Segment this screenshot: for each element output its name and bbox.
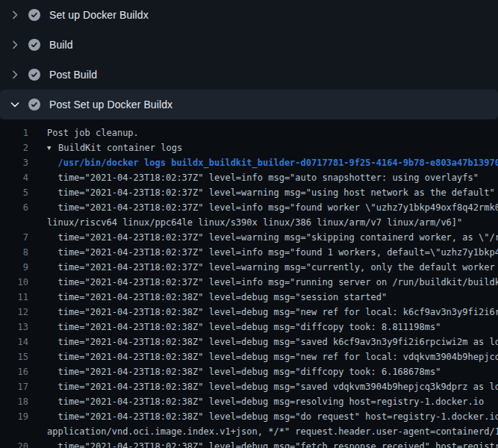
log-line-continuation: linux/riscv64 linux/ppc64le linux/s390x … (0, 215, 498, 230)
log-line-number[interactable]: 1 (0, 125, 28, 140)
check-circle-icon (28, 69, 40, 81)
step-title: Set up Docker Buildx (49, 9, 149, 21)
log-command-text: /usr/bin/docker logs buildx_buildkit_bui… (47, 155, 498, 170)
log-line: 16 time="2021-04-23T18:02:38Z" level=deb… (0, 364, 498, 379)
step-header-set-up-docker-buildx[interactable]: Set up Docker Buildx (0, 0, 498, 30)
log-line-number[interactable]: 9 (0, 260, 28, 275)
log-text: time="2021-04-23T18:02:38Z" level=debug … (47, 290, 387, 305)
log-text: time="2021-04-23T18:02:37Z" level=warnin… (47, 260, 498, 275)
log-line: 14 time="2021-04-23T18:02:38Z" level=deb… (0, 335, 498, 349)
log-line: 6 time="2021-04-23T18:02:37Z" level=info… (0, 200, 498, 215)
log-line-number[interactable]: 8 (0, 245, 28, 260)
check-circle-icon (28, 9, 40, 21)
log-line-number[interactable]: 6 (0, 200, 28, 215)
log-line: 13 time="2021-04-23T18:02:38Z" level=deb… (0, 320, 498, 335)
log-line: 19 time="2021-04-23T18:02:38Z" level=deb… (0, 409, 498, 424)
log-text: time="2021-04-23T18:02:37Z" level=warnin… (47, 230, 498, 245)
log-text: application/vnd.oci.image.index.v1+json,… (47, 424, 498, 439)
log-line-number[interactable]: 19 (0, 409, 28, 424)
log-text: linux/riscv64 linux/ppc64le linux/s390x … (47, 215, 462, 230)
log-line-number[interactable]: 11 (0, 290, 28, 305)
log-text: time="2021-04-23T18:02:37Z" level=info m… (47, 275, 498, 290)
check-circle-icon (28, 39, 40, 51)
log-text: time="2021-04-23T18:02:38Z" level=debug … (47, 364, 441, 379)
log-line: 20 time="2021-04-23T18:02:38Z" level=deb… (0, 439, 498, 448)
log-text: time="2021-04-23T18:02:38Z" level=debug … (47, 409, 498, 424)
log-text: time="2021-04-23T18:02:37Z" level=info m… (47, 200, 498, 215)
log-line: 5 time="2021-04-23T18:02:37Z" level=warn… (0, 185, 498, 200)
group-expand-triangle-icon[interactable]: ▼ (47, 140, 58, 155)
log-line-number[interactable]: 4 (0, 170, 28, 185)
log-line-number[interactable]: 10 (0, 275, 28, 290)
log-line: 1Post job cleanup. (0, 125, 498, 140)
step-title: Post Build (49, 69, 97, 81)
log-line: 7 time="2021-04-23T18:02:37Z" level=warn… (0, 230, 498, 245)
log-line: 3 /usr/bin/docker logs buildx_buildkit_b… (0, 155, 498, 170)
actions-log-viewer: Set up Docker Buildx Build Post Build (0, 0, 498, 448)
log-line-number[interactable]: 7 (0, 230, 28, 245)
log-text: time="2021-04-23T18:02:38Z" level=debug … (47, 320, 441, 335)
log-line-continuation: application/vnd.oci.image.index.v1+json,… (0, 424, 498, 439)
log-line-number (0, 424, 28, 439)
log-text: ▼BuildKit container logs (47, 140, 182, 155)
log-line-number[interactable]: 13 (0, 320, 28, 335)
log-line-number[interactable]: 20 (0, 439, 28, 448)
step-title: Post Set up Docker Buildx (49, 99, 172, 111)
check-circle-icon (28, 99, 40, 111)
step-title: Build (49, 39, 73, 51)
log-text: time="2021-04-23T18:02:38Z" level=debug … (47, 335, 498, 349)
log-line: 4 time="2021-04-23T18:02:37Z" level=info… (0, 170, 498, 185)
log-line: 9 time="2021-04-23T18:02:37Z" level=warn… (0, 260, 498, 275)
log-text: time="2021-04-23T18:02:38Z" level=debug … (47, 439, 498, 448)
log-line: 12 time="2021-04-23T18:02:38Z" level=deb… (0, 305, 498, 320)
chevron-right-icon (9, 9, 21, 21)
step-header-post-build[interactable]: Post Build (0, 60, 498, 90)
chevron-right-icon (9, 69, 21, 81)
log-text: time="2021-04-23T18:02:37Z" level=info m… (47, 245, 498, 260)
log-output: 1Post job cleanup.2▼BuildKit container l… (0, 119, 498, 448)
log-line-number[interactable]: 17 (0, 379, 28, 394)
log-line-number[interactable]: 15 (0, 349, 28, 364)
log-line: 18 time="2021-04-23T18:02:38Z" level=deb… (0, 394, 498, 409)
chevron-down-icon (9, 99, 21, 111)
step-header-post-set-up-docker-buildx[interactable]: Post Set up Docker Buildx (0, 90, 498, 119)
log-text: time="2021-04-23T18:02:38Z" level=debug … (47, 349, 498, 364)
log-line: 2▼BuildKit container logs (0, 140, 498, 155)
log-line: 15 time="2021-04-23T18:02:38Z" level=deb… (0, 349, 498, 364)
log-text: time="2021-04-23T18:02:38Z" level=debug … (47, 305, 498, 320)
log-text: time="2021-04-23T18:02:37Z" level=info m… (47, 170, 479, 185)
log-line-number[interactable]: 5 (0, 185, 28, 200)
log-line: 10 time="2021-04-23T18:02:37Z" level=inf… (0, 275, 498, 290)
step-list: Set up Docker Buildx Build Post Build (0, 0, 498, 119)
log-text: time="2021-04-23T18:02:38Z" level=debug … (47, 379, 498, 394)
log-text: time="2021-04-23T18:02:38Z" level=debug … (47, 394, 484, 409)
log-line: 11 time="2021-04-23T18:02:38Z" level=deb… (0, 290, 498, 305)
step-header-build[interactable]: Build (0, 30, 498, 60)
log-line-number[interactable]: 12 (0, 305, 28, 320)
log-line-number[interactable]: 16 (0, 364, 28, 379)
log-line: 17 time="2021-04-23T18:02:38Z" level=deb… (0, 379, 498, 394)
log-line-number[interactable]: 2 (0, 140, 28, 155)
log-line-number[interactable]: 14 (0, 335, 28, 349)
log-line-number[interactable]: 3 (0, 155, 28, 170)
log-line: 8 time="2021-04-23T18:02:37Z" level=info… (0, 245, 498, 260)
log-text: Post job cleanup. (47, 125, 139, 140)
group-title[interactable]: BuildKit container logs (58, 143, 182, 153)
log-line-number (0, 215, 28, 230)
log-line-number[interactable]: 18 (0, 394, 28, 409)
log-text: time="2021-04-23T18:02:37Z" level=warnin… (47, 185, 495, 200)
chevron-right-icon (9, 39, 21, 51)
